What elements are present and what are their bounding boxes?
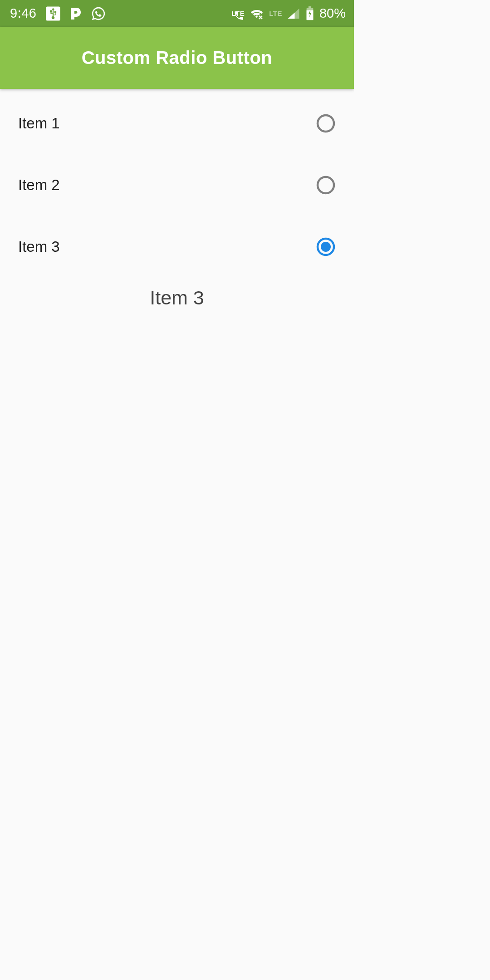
status-bar: 9:46 LTE <box>0 0 354 27</box>
svg-point-5 <box>318 115 334 132</box>
radio-label: Item 2 <box>18 176 60 194</box>
radio-label: Item 1 <box>18 115 60 132</box>
status-left: 9:46 <box>10 6 106 21</box>
radio-item-1[interactable]: Item 1 <box>0 93 354 154</box>
status-right: LTE LTE 80% <box>232 6 346 21</box>
radio-checked-icon[interactable] <box>316 237 336 257</box>
svg-point-6 <box>318 177 334 193</box>
radio-unchecked-icon[interactable] <box>316 113 336 133</box>
content-area: Item 1 Item 2 Item 3 Item 3 <box>0 89 354 309</box>
svg-point-8 <box>321 242 331 252</box>
phone-call-icon <box>233 10 245 21</box>
whatsapp-icon <box>91 6 106 21</box>
radio-label: Item 3 <box>18 238 60 255</box>
svg-rect-2 <box>309 6 311 8</box>
wifi-off-icon <box>249 7 265 20</box>
signal-icon <box>287 7 300 20</box>
p-icon <box>70 7 82 20</box>
radio-unchecked-icon[interactable] <box>316 175 336 195</box>
status-clock: 9:46 <box>10 6 36 21</box>
lte-label-2: LTE <box>269 10 282 17</box>
usb-icon <box>45 6 61 21</box>
selected-value-text: Item 3 <box>0 287 354 309</box>
radio-item-3[interactable]: Item 3 <box>0 216 354 278</box>
page-title: Custom Radio Button <box>82 48 273 68</box>
battery-percent: 80% <box>319 6 346 21</box>
radio-item-2[interactable]: Item 2 <box>0 154 354 216</box>
battery-charging-icon <box>305 6 315 21</box>
app-bar: Custom Radio Button <box>0 27 354 89</box>
